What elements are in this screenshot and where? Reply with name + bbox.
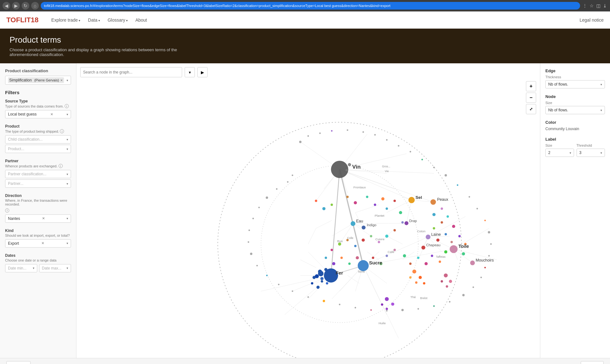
browser-download-button[interactable]: ⤓ — [602, 3, 607, 9]
svg-point-107 — [258, 207, 260, 208]
source-type-select[interactable]: Local best guess ✕ ▾ — [5, 110, 71, 118]
search-node-dropdown[interactable]: ▾ — [185, 67, 195, 77]
play-button[interactable]: ▶ — [197, 67, 208, 77]
edge-title: Edge — [545, 68, 605, 73]
classification-selector[interactable]: Simplification (Pierre Gervais) ✕ ▾ — [5, 76, 71, 85]
kind-select[interactable]: Export ✕ ▾ — [5, 239, 71, 248]
svg-point-171 — [415, 281, 417, 284]
back-button[interactable]: ◀ — [3, 2, 10, 10]
svg-point-176 — [446, 285, 448, 288]
product-select[interactable]: Product... ▾ — [5, 145, 71, 153]
svg-point-133 — [325, 256, 327, 259]
partner-select[interactable]: Partner... ▾ — [5, 179, 71, 188]
forward-button[interactable]: ▶ — [12, 2, 20, 10]
partner-arrow: ▾ — [67, 182, 68, 186]
date-max-select[interactable]: Date max... ▾ — [39, 264, 71, 272]
label-threshold-select[interactable]: 3 ▾ — [577, 149, 605, 157]
svg-point-78 — [457, 184, 458, 186]
labeled-nodes[interactable]: Vin Sucre Fer Sel Eau — [315, 161, 494, 325]
nav-data[interactable]: Data — [88, 18, 100, 23]
zoom-in-button[interactable]: + — [526, 81, 536, 91]
legal-notice-link[interactable]: Legal notice — [579, 18, 604, 23]
svg-point-112 — [315, 200, 317, 202]
browser-menu-button[interactable]: ⋮ — [582, 3, 588, 9]
svg-line-59 — [285, 276, 331, 315]
nav-glossary[interactable]: Glossary — [108, 18, 128, 23]
nav-about[interactable]: About — [135, 18, 147, 23]
node-chapeau-label: Chapeau — [426, 243, 440, 247]
partner-classification-select[interactable]: Partner classification... ▾ — [5, 170, 71, 178]
export-button[interactable]: Export — [581, 361, 604, 364]
label-size-select[interactable]: 2 ▾ — [545, 149, 574, 157]
kind-arrow: ▾ — [67, 242, 68, 245]
node-brelot-label: Brelot — [420, 297, 428, 300]
svg-point-114 — [330, 204, 333, 206]
node-drap — [404, 221, 408, 225]
partner-placeholder: Partner... — [8, 181, 24, 186]
node-cuivre-label: Cuivre — [375, 237, 385, 241]
label-title: Label — [545, 137, 605, 142]
partner-sublabel: Whence products are exchanged. i — [5, 164, 71, 168]
node-vin-label: Vin — [352, 164, 361, 170]
direction-clear[interactable]: ✕ — [41, 216, 46, 220]
svg-point-116 — [354, 201, 357, 204]
svg-point-147 — [431, 255, 433, 257]
product-filter: Product The type of product being shippe… — [5, 124, 71, 154]
graph-top-controls: ▾ ▶ — [80, 67, 536, 77]
source-type-sublabel: Type of sources the data comes from. i — [5, 104, 71, 108]
node-size-select[interactable]: Nb of flows. ▾ — [545, 106, 605, 114]
edge-thickness-arrow: ▾ — [600, 83, 602, 86]
svg-line-34 — [387, 200, 412, 213]
label-size-item: Size 2 ▾ — [545, 144, 574, 157]
direction-info-icon[interactable]: i — [5, 208, 9, 213]
svg-point-125 — [385, 234, 388, 238]
node-sucre-label: Sucre — [369, 260, 382, 265]
date-min-select[interactable]: Date min... ▾ — [5, 264, 37, 272]
svg-line-12 — [412, 200, 433, 202]
svg-point-89 — [449, 301, 450, 303]
zoom-out-button[interactable]: − — [526, 93, 536, 103]
svg-point-87 — [472, 286, 474, 288]
svg-point-72 — [386, 139, 387, 141]
partner-info-icon[interactable]: i — [59, 164, 63, 168]
reload-button[interactable]: ↻ — [22, 2, 29, 10]
direction-info: i — [5, 208, 71, 213]
search-node-input[interactable] — [80, 67, 182, 77]
home-button[interactable]: ⌂ — [31, 2, 39, 10]
classification-tag: Simplification (Pierre Gervais) ✕ — [8, 77, 64, 83]
kind-clear[interactable]: ✕ — [40, 241, 46, 245]
source-type-select-container: Local best guess ✕ ▾ — [5, 110, 71, 120]
browser-bookmark-button[interactable]: ☆ — [589, 3, 594, 9]
svg-line-63 — [331, 169, 340, 275]
graph-edges — [261, 134, 497, 338]
node-cafe-label: Café — [387, 250, 394, 254]
node-sel — [408, 197, 415, 203]
child-classification-select[interactable]: Child classification... ▾ — [5, 135, 71, 144]
node-plantet-label: Plantet — [375, 214, 385, 217]
svg-point-102 — [256, 265, 258, 266]
dates-filter: Dates Choose one date or a range data Da… — [5, 253, 71, 274]
classification-tag-close[interactable]: ✕ — [60, 79, 63, 82]
browser-extensions-button[interactable]: ◫ — [596, 3, 601, 9]
svg-point-88 — [462, 294, 465, 296]
source-type-clear[interactable]: ✕ — [49, 112, 54, 116]
svg-line-41 — [355, 205, 379, 213]
svg-point-153 — [433, 227, 435, 229]
fullscreen-button[interactable]: ⤢ — [526, 104, 536, 114]
partner-filter: Partner Whence products are exchanged. i… — [5, 159, 71, 189]
edge-thickness-select[interactable]: Nb of flows. ▾ — [545, 80, 605, 88]
svg-point-110 — [287, 181, 288, 183]
graph-area[interactable]: ▾ ▶ + − ⤢ — [76, 63, 540, 358]
svg-point-97 — [323, 300, 325, 302]
svg-point-158 — [452, 225, 455, 228]
svg-point-86 — [480, 276, 482, 278]
url-bar[interactable] — [41, 2, 580, 10]
svg-line-53 — [340, 154, 407, 169]
direction-select[interactable]: Nantes ✕ ▾ — [5, 214, 71, 223]
nav-explore-trade[interactable]: Explore trade — [51, 18, 80, 23]
update-button[interactable]: Update — [6, 361, 31, 364]
node-fer-label: Fer — [336, 270, 343, 276]
svg-point-100 — [278, 284, 280, 285]
source-type-info-icon[interactable]: i — [65, 104, 69, 108]
product-info-icon[interactable]: i — [60, 129, 64, 133]
